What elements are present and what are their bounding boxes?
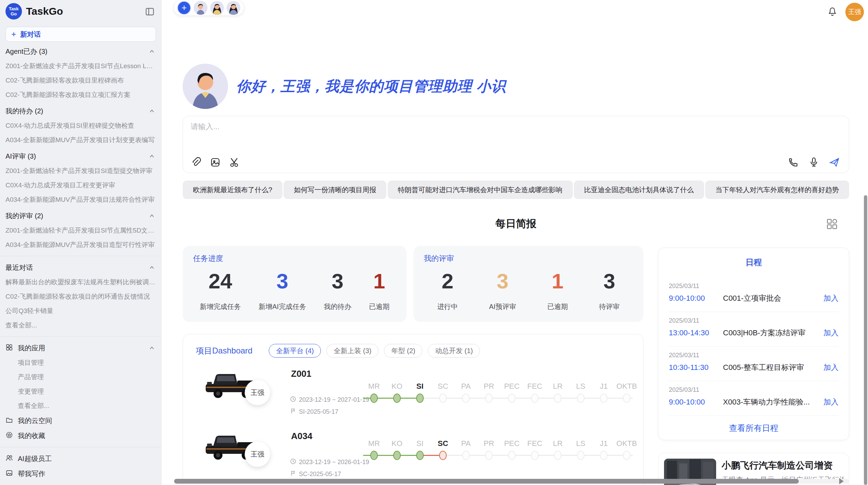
recent-conversation-item[interactable]: 查看全部... bbox=[5, 318, 156, 333]
task-item[interactable]: C02-飞腾新能源轻客改款项目里程碑画布 bbox=[5, 73, 156, 88]
horizontal-scrollbar[interactable] bbox=[173, 479, 849, 484]
message-input[interactable] bbox=[191, 122, 773, 151]
phone-icon[interactable] bbox=[788, 157, 799, 168]
milestone-dot bbox=[485, 451, 493, 460]
sidebar-item-people-icon[interactable]: AI超级员工 bbox=[5, 451, 156, 466]
divider bbox=[0, 447, 161, 447]
sidebar-item-picture-icon[interactable]: 帮我写作 bbox=[5, 466, 156, 481]
suggestion-chip[interactable]: 当下年轻人对汽车外观有怎样的喜好趋势 bbox=[705, 181, 849, 199]
chevron-up-icon[interactable] bbox=[148, 48, 156, 55]
new-chat-button[interactable]: + 新对话 bbox=[5, 27, 156, 42]
task-item[interactable]: A034-全新新能源MUV产品开发项目造型可行性评审 bbox=[5, 238, 156, 252]
date-range-text: 2023-12-19 ~ 2026-01-19 bbox=[299, 459, 369, 466]
milestone-dot bbox=[462, 394, 470, 403]
join-meeting-link[interactable]: 加入 bbox=[823, 293, 839, 303]
suggestion-chip[interactable]: 如何写一份清晰的项目周报 bbox=[284, 181, 386, 199]
suggestion-chip[interactable]: 比亚迪全固态电池计划具体说了什么 bbox=[574, 181, 704, 199]
task-item[interactable]: C0X4-动力总成开发项目SI里程碑提交物检查 bbox=[5, 119, 156, 133]
project-code: Z001 bbox=[291, 369, 311, 379]
chevron-up-icon[interactable] bbox=[148, 264, 156, 271]
scissors-icon[interactable] bbox=[229, 157, 240, 168]
schedule-date: 2025/03/11 bbox=[669, 352, 839, 359]
mic-icon[interactable] bbox=[808, 157, 819, 168]
sidebar-item-cloud-folder-icon[interactable]: 我的云空间 bbox=[5, 413, 156, 428]
suggestion-chip[interactable]: 欧洲新规最近颁布了什么? bbox=[183, 181, 282, 199]
milestone-dot bbox=[462, 451, 470, 460]
recent-conversation-item[interactable]: 解释最新出台的欧盟报废车法规再生塑料比例被调至15%... bbox=[5, 275, 156, 289]
milestone-dot bbox=[554, 451, 562, 460]
schedule-item: 2025/03/1110:30-11:30C005-整车工程目标评审加入 bbox=[669, 347, 839, 381]
user-avatar[interactable]: 王强 bbox=[845, 3, 864, 21]
stat-item: 1已逾期 bbox=[369, 271, 389, 311]
schedule-item: 2025/03/119:00-10:00C001-立项审批会加入 bbox=[669, 277, 839, 312]
chevron-up-icon[interactable] bbox=[148, 212, 156, 220]
task-item[interactable]: C02-飞腾新能源轻客改款项目立项汇报方案 bbox=[5, 88, 156, 102]
schedule-name: X003-车辆动力学性能验... bbox=[723, 397, 823, 407]
milestone-dot bbox=[439, 394, 447, 403]
view-all-schedule-link[interactable]: 查看所有日程 bbox=[729, 423, 779, 434]
suggestion-chip[interactable]: 特朗普可能对进口汽车增税会对中国车企造成哪些影响 bbox=[388, 181, 573, 199]
member-avatar[interactable] bbox=[227, 1, 240, 15]
milestone-dot bbox=[416, 451, 424, 460]
chevron-up-icon[interactable] bbox=[148, 152, 156, 160]
sidebar-section-header[interactable]: Agent已办 (3) bbox=[5, 44, 156, 59]
new-agent-plus-button[interactable]: + bbox=[177, 1, 191, 15]
app-sub-item[interactable]: 查看全部... bbox=[5, 399, 156, 413]
bell-icon[interactable] bbox=[827, 6, 838, 17]
image-icon[interactable] bbox=[210, 157, 221, 168]
app-sub-item[interactable]: 产品管理 bbox=[5, 370, 156, 384]
dashboard-filter-chip[interactable]: 全新平台 (4) bbox=[269, 344, 321, 358]
sidebar-section-header[interactable]: 我的评审 (2) bbox=[5, 208, 156, 223]
milestone-dot bbox=[623, 451, 630, 460]
app-sub-item[interactable]: 变更管理 bbox=[5, 384, 156, 399]
sidebar-item-star-badge-icon[interactable]: 我的收藏 bbox=[5, 428, 156, 443]
vertical-scrollbar-thumb[interactable] bbox=[864, 195, 867, 485]
sidebar-section-header-label: AI评审 (3) bbox=[5, 152, 36, 161]
join-meeting-link[interactable]: 加入 bbox=[823, 328, 839, 338]
sidebar-list: Agent已办 (3)Z001-全新燃油皮卡产品开发项目SI节点Lesson L… bbox=[0, 42, 161, 485]
dashboard-filter-chip[interactable]: 动总开发 (1) bbox=[428, 344, 480, 358]
member-avatar[interactable] bbox=[194, 1, 207, 15]
stat-columns: 24新增完成任务3新增AI完成任务3我的待办1已逾期 bbox=[183, 271, 407, 311]
task-item[interactable]: Z001-全新燃油轻卡产品开发项目SI节点属性5D文件评审 bbox=[5, 223, 156, 238]
horizontal-scrollbar-thumb[interactable] bbox=[174, 479, 799, 484]
schedule-title: 日程 bbox=[659, 257, 849, 268]
my-apps-label: 我的应用 bbox=[18, 344, 45, 353]
schedule-card: 日程 2025/03/119:00-10:00C001-立项审批会加入2025/… bbox=[658, 248, 849, 440]
briefing-card: 我的评审2进行中3AI预评审1已逾期3待评审 bbox=[413, 246, 643, 322]
paperclip-icon[interactable] bbox=[191, 157, 202, 168]
schedule-time: 10:30-11:30 bbox=[669, 363, 723, 372]
recent-conversations-header-label: 最近对话 bbox=[5, 263, 33, 272]
milestone-dot bbox=[439, 451, 447, 460]
sidebar-item-label: 帮我写作 bbox=[18, 469, 45, 478]
layout-grid-icon[interactable] bbox=[826, 218, 838, 230]
scroll-right-arrow-icon[interactable] bbox=[839, 478, 844, 484]
composer-card bbox=[183, 116, 849, 173]
join-meeting-link[interactable]: 加入 bbox=[823, 397, 839, 407]
task-item[interactable]: A034-全新新能源MUV产品开发项目计划变更表编写 bbox=[5, 133, 156, 147]
member-avatar[interactable] bbox=[210, 1, 224, 15]
dashboard-filter-chip[interactable]: 全新上装 (3) bbox=[326, 344, 378, 358]
schedule-item: 2025/03/1113:00-14:30C003|H0B-方案冻结评审加入 bbox=[669, 312, 839, 347]
recent-conversations-header[interactable]: 最近对话 bbox=[5, 260, 156, 275]
recent-conversation-item[interactable]: C02-飞腾新能源轻客改款项目的闭环通告反馈情况 bbox=[5, 289, 156, 304]
task-item[interactable]: A034-全新新能源MUV产品开发项目法规符合性评审 bbox=[5, 192, 156, 207]
sidebar-item-my-apps[interactable]: 我的应用 bbox=[5, 340, 156, 356]
dashboard-filter-chip[interactable]: 年型 (2) bbox=[384, 344, 422, 358]
sidebar-section-header[interactable]: 我的待办 (2) bbox=[5, 103, 156, 119]
recent-conversation-item[interactable]: 公司Q3轻卡销量 bbox=[5, 304, 156, 318]
app-sub-item[interactable]: 项目管理 bbox=[5, 356, 156, 370]
sidebar-section-header-label: 我的待办 (2) bbox=[5, 107, 43, 116]
sidebar-item-pen-icon[interactable]: 创意制图 bbox=[5, 481, 156, 485]
chevron-up-icon[interactable] bbox=[148, 344, 156, 352]
milestone-dot bbox=[531, 451, 539, 460]
briefing-card-title: 任务进度 bbox=[193, 253, 223, 264]
chevron-up-icon[interactable] bbox=[148, 107, 156, 115]
join-meeting-link[interactable]: 加入 bbox=[823, 362, 839, 373]
task-item[interactable]: Z001-全新燃油皮卡产品开发项目SI节点Lesson Learn报告 bbox=[5, 59, 156, 73]
sidebar-section-header[interactable]: AI评审 (3) bbox=[5, 149, 156, 164]
task-item[interactable]: Z001-全新燃油轻卡产品开发项目SI造型提交物评审 bbox=[5, 164, 156, 178]
task-item[interactable]: C0X4-动力总成开发项目工程变更评审 bbox=[5, 178, 156, 192]
send-icon[interactable] bbox=[829, 157, 840, 168]
sidebar-collapse-icon[interactable] bbox=[145, 7, 155, 17]
